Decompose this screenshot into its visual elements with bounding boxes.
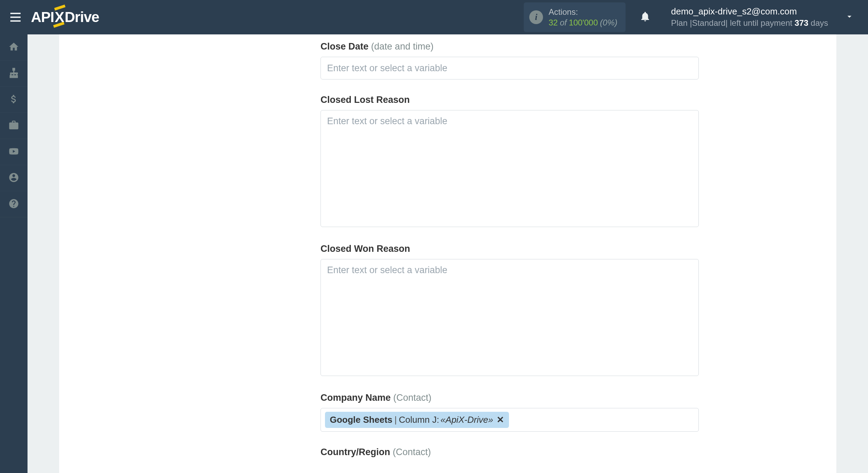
- actions-limit: 100'000: [569, 17, 598, 28]
- logo-text-drive: Drive: [65, 9, 99, 25]
- sitemap-icon: [8, 67, 19, 80]
- field-country-region: Country/Region (Contact): [321, 447, 699, 458]
- briefcase-icon: [8, 120, 19, 132]
- svg-rect-1: [10, 75, 12, 77]
- chevron-down-icon: [845, 12, 854, 23]
- company-name-input[interactable]: Google Sheets | Column J: «ApiX-Drive» ✕: [321, 408, 699, 432]
- closed-won-input[interactable]: [321, 259, 699, 376]
- field-closed-won-reason: Closed Won Reason: [321, 244, 699, 377]
- main-content: Close Date (date and time) Closed Lost R…: [28, 34, 868, 473]
- field-company-name: Company Name (Contact) Google Sheets | C…: [321, 393, 699, 432]
- info-icon: i: [529, 10, 543, 24]
- logo-text-api: API: [31, 9, 54, 25]
- closed-won-label: Closed Won Reason: [321, 244, 699, 254]
- closed-lost-input[interactable]: [321, 110, 699, 227]
- logo[interactable]: API X Drive: [31, 9, 99, 25]
- notifications-button[interactable]: [639, 11, 651, 24]
- user-menu-button[interactable]: demo_apix-drive_s2@com.com Plan |Standar…: [665, 6, 854, 29]
- sidebar-item-youtube[interactable]: [0, 139, 28, 165]
- bell-icon: [639, 18, 651, 23]
- svg-rect-0: [12, 68, 15, 71]
- sidebar-item-connections[interactable]: [0, 61, 28, 87]
- sidebar-item-help[interactable]: [0, 191, 28, 217]
- user-plan: Plan |Standard| left until payment 373 d…: [671, 18, 828, 29]
- actions-usage-box[interactable]: i Actions: 32 of 100'000 (0%): [524, 2, 626, 32]
- closed-lost-label: Closed Lost Reason: [321, 95, 699, 105]
- user-email: demo_apix-drive_s2@com.com: [671, 6, 828, 18]
- actions-of: of: [560, 17, 567, 28]
- form-panel: Close Date (date and time) Closed Lost R…: [59, 34, 836, 473]
- sidebar-item-briefcase[interactable]: [0, 113, 28, 139]
- svg-rect-3: [15, 75, 18, 77]
- actions-count: 32: [549, 17, 558, 28]
- variable-token[interactable]: Google Sheets | Column J: «ApiX-Drive» ✕: [325, 412, 509, 428]
- company-name-label: Company Name (Contact): [321, 393, 699, 403]
- dollar-icon: [8, 94, 19, 106]
- help-icon: [8, 198, 19, 211]
- top-bar: API X Drive i Actions: 32 of 100'000 (0%…: [0, 0, 868, 34]
- actions-label: Actions:: [549, 7, 617, 17]
- account-icon: [8, 172, 19, 184]
- field-closed-lost-reason: Closed Lost Reason: [321, 95, 699, 228]
- sidebar-item-home[interactable]: [0, 34, 28, 61]
- close-date-input[interactable]: [321, 57, 699, 79]
- sidebar-item-billing[interactable]: [0, 87, 28, 113]
- home-icon: [8, 41, 19, 54]
- token-remove-button[interactable]: ✕: [497, 415, 504, 425]
- actions-pct: (0%): [600, 17, 618, 28]
- sidebar-item-account[interactable]: [0, 165, 28, 191]
- logo-text-x: X: [55, 9, 64, 25]
- country-region-label: Country/Region (Contact): [321, 447, 699, 458]
- field-close-date: Close Date (date and time): [321, 41, 699, 79]
- sidebar: [0, 34, 28, 473]
- youtube-icon: [8, 146, 19, 158]
- close-date-label: Close Date (date and time): [321, 41, 699, 52]
- svg-rect-2: [13, 75, 15, 77]
- menu-toggle-button[interactable]: [7, 9, 24, 25]
